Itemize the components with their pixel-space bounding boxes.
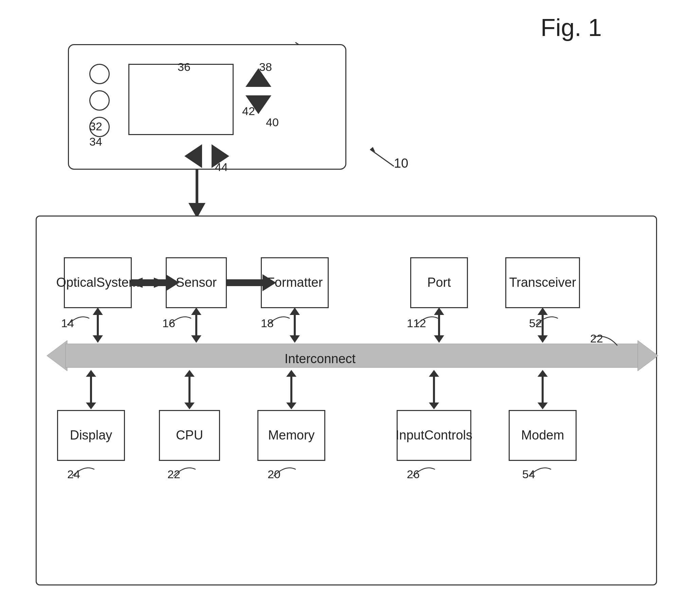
label-40: 40: [266, 116, 279, 129]
sensor-block: Sensor: [166, 257, 227, 308]
left-triangle[interactable]: [184, 144, 202, 168]
port-block: Port: [410, 257, 468, 308]
label-112-ref: 112: [407, 317, 426, 330]
label-44: 44: [215, 161, 228, 174]
memory-block: Memory: [257, 410, 325, 461]
transceiver-block: Transceiver: [505, 257, 580, 308]
svg-marker-18: [290, 307, 300, 315]
device-box: 30 32 34 36 38 40 42 44: [68, 44, 346, 170]
label-16-ref: 16: [162, 317, 175, 330]
up-triangle[interactable]: [246, 68, 271, 87]
label-22b-ref: 22: [167, 468, 180, 481]
svg-marker-37: [429, 403, 439, 409]
label-18-ref: 18: [261, 317, 274, 330]
label-20-ref: 20: [268, 468, 280, 481]
circle-2: [89, 90, 110, 111]
label-32: 32: [89, 120, 102, 133]
svg-marker-31: [184, 403, 195, 409]
svg-line-0: [370, 149, 394, 166]
main-down-arrow: [183, 169, 211, 218]
label-14-ref: 14: [61, 317, 74, 330]
svg-marker-7: [638, 340, 658, 371]
optical-system-block: Optical System: [64, 257, 132, 308]
svg-marker-15: [191, 307, 201, 315]
device-screen: [128, 64, 234, 135]
svg-marker-34: [286, 403, 296, 409]
circle-1: [89, 64, 110, 84]
label-52-ref: 52: [529, 317, 542, 330]
svg-marker-40: [538, 403, 548, 409]
display-block: Display: [57, 410, 125, 461]
label-54-ref: 54: [522, 468, 535, 481]
label-22-ref: 22: [590, 332, 603, 345]
label-24-ref: 24: [67, 468, 80, 481]
label-42: 42: [242, 105, 255, 118]
formatter-block: Formatter: [261, 257, 329, 308]
svg-marker-5: [47, 340, 67, 371]
svg-marker-12: [93, 307, 103, 315]
input-controls-block: Input Controls: [397, 410, 471, 461]
label-36: 36: [178, 60, 190, 74]
device-ref-arrow: [360, 143, 401, 170]
svg-marker-28: [86, 403, 96, 409]
label-34: 34: [89, 135, 102, 148]
modem-block: Modem: [509, 410, 577, 461]
cpu-block: CPU: [159, 410, 220, 461]
system-box: Optical System Sensor Formatter Port Tra…: [36, 216, 657, 585]
svg-marker-24: [538, 307, 548, 315]
svg-marker-21: [434, 307, 444, 315]
page-title: Fig. 1: [541, 14, 602, 41]
label-26-ref: 26: [407, 468, 420, 481]
interconnect-label: Interconnect: [285, 352, 356, 366]
